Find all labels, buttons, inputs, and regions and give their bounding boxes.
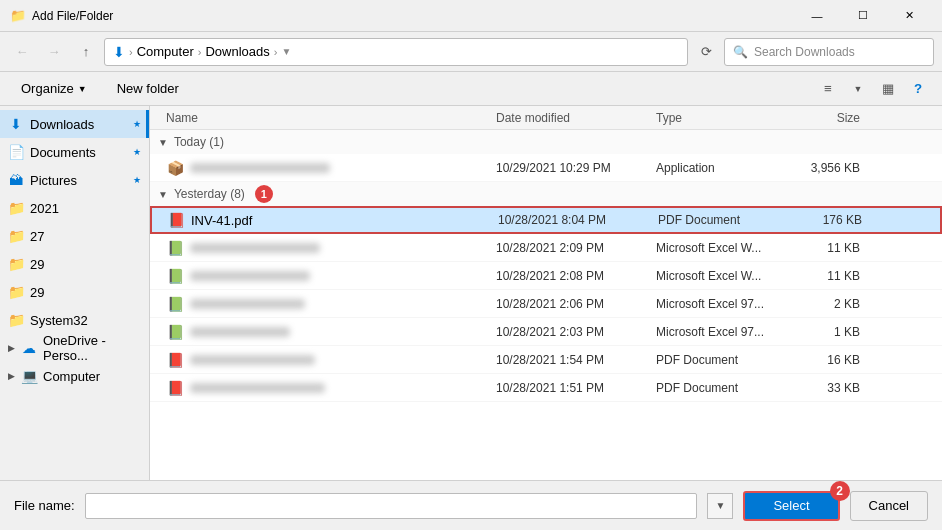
table-row[interactable]: 📗 10/28/2021 2:09 PM Microsoft Excel W..…: [150, 234, 942, 262]
breadcrumb: ⬇ › Computer › Downloads ›: [113, 44, 277, 60]
new-folder-button[interactable]: New folder: [106, 76, 190, 102]
onedrive-icon: ☁: [21, 340, 37, 356]
col-header-type[interactable]: Type: [648, 111, 788, 125]
sidebar-item-29b[interactable]: 📁 29: [0, 278, 149, 306]
organize-dropdown-icon: ▼: [78, 84, 87, 94]
forward-button[interactable]: →: [40, 38, 68, 66]
table-row[interactable]: 📕 10/28/2021 1:54 PM PDF Document 16 KB: [150, 346, 942, 374]
pictures-icon: 🏔: [8, 172, 24, 188]
address-bar[interactable]: ⬇ › Computer › Downloads › ▼: [104, 38, 688, 66]
folder-icon-system32: 📁: [8, 312, 24, 328]
col-header-name[interactable]: Name: [158, 111, 488, 125]
file-list-header: Name Date modified Type Size: [150, 106, 942, 130]
cancel-button[interactable]: Cancel: [850, 491, 928, 521]
sidebar-item-downloads[interactable]: ⬇ Downloads ★: [0, 110, 149, 138]
file-icon-yest-5: 📗: [166, 323, 184, 341]
organize-label: Organize: [21, 81, 74, 96]
breadcrumb-separator-2: ›: [198, 46, 202, 58]
filename-label: File name:: [14, 498, 75, 513]
sidebar-item-system32[interactable]: 📁 System32: [0, 306, 149, 334]
search-icon: 🔍: [733, 45, 748, 59]
crumb-downloads[interactable]: Downloads: [205, 44, 269, 59]
file-icon-yest-4: 📗: [166, 295, 184, 313]
sidebar-item-computer[interactable]: ▶ 💻 Computer: [0, 362, 149, 390]
sidebar-label-27: 27: [30, 229, 141, 244]
sidebar-item-29a[interactable]: 📁 29: [0, 250, 149, 278]
file-type-yest-4: Microsoft Excel 97...: [648, 297, 788, 311]
table-row[interactable]: 📕 INV-41.pdf 10/28/2021 8:04 PM PDF Docu…: [150, 206, 942, 234]
filename-input[interactable]: [85, 493, 698, 519]
group-header-today[interactable]: ▼ Today (1): [150, 130, 942, 154]
address-bar-row: ← → ↑ ⬇ › Computer › Downloads › ▼ ⟳ 🔍 S…: [0, 32, 942, 72]
file-type-yest-2: Microsoft Excel W...: [648, 241, 788, 255]
address-dropdown-icon[interactable]: ▼: [281, 46, 291, 57]
view-buttons: ≡ ▼ ▦ ?: [814, 76, 932, 102]
preview-button[interactable]: ▦: [874, 76, 902, 102]
file-icon-yest-3: 📗: [166, 267, 184, 285]
pin-icon-downloads: ★: [133, 119, 141, 129]
col-header-date[interactable]: Date modified: [488, 111, 648, 125]
back-button[interactable]: ←: [8, 38, 36, 66]
file-size-yest-4: 2 KB: [788, 297, 868, 311]
sidebar-item-documents[interactable]: 📄 Documents ★: [0, 138, 149, 166]
search-bar[interactable]: 🔍 Search Downloads: [724, 38, 934, 66]
file-icon-yest-7: 📕: [166, 379, 184, 397]
file-date-today-1: 10/29/2021 10:29 PM: [488, 161, 648, 175]
file-size-yest-7: 33 KB: [788, 381, 868, 395]
computer-icon: 💻: [21, 368, 37, 384]
view-dropdown-button[interactable]: ▼: [844, 76, 872, 102]
group-chevron-today: ▼: [158, 137, 168, 148]
title-bar: 📁 Add File/Folder — ☐ ✕: [0, 0, 942, 32]
sidebar-item-27[interactable]: 📁 27: [0, 222, 149, 250]
file-date-yest-2: 10/28/2021 2:09 PM: [488, 241, 648, 255]
bottom-bar: File name: ▼ Select 2 Cancel: [0, 480, 942, 530]
close-button[interactable]: ✕: [886, 0, 932, 32]
file-name-today-1: [190, 163, 330, 173]
sidebar-item-pictures[interactable]: 🏔 Pictures ★: [0, 166, 149, 194]
table-row[interactable]: 📗 10/28/2021 2:03 PM Microsoft Excel 97.…: [150, 318, 942, 346]
file-date-yest-6: 10/28/2021 1:54 PM: [488, 353, 648, 367]
folder-icon-27: 📁: [8, 228, 24, 244]
file-date-yest-5: 10/28/2021 2:03 PM: [488, 325, 648, 339]
file-date-inv41: 10/28/2021 8:04 PM: [490, 213, 650, 227]
file-size-yest-3: 11 KB: [788, 269, 868, 283]
sidebar-label-documents: Documents: [30, 145, 127, 160]
organize-button[interactable]: Organize ▼: [10, 76, 98, 102]
help-button[interactable]: ?: [904, 76, 932, 102]
minimize-button[interactable]: —: [794, 0, 840, 32]
download-crumb-icon: ⬇: [113, 44, 125, 60]
group-chevron-yesterday: ▼: [158, 189, 168, 200]
file-size-yest-5: 1 KB: [788, 325, 868, 339]
group-header-yesterday[interactable]: ▼ Yesterday (8) 1: [150, 182, 942, 206]
details-view-button[interactable]: ≡: [814, 76, 842, 102]
up-button[interactable]: ↑: [72, 38, 100, 66]
folder-icon-2021: 📁: [8, 200, 24, 216]
file-size-today-1: 3,956 KB: [788, 161, 868, 175]
filename-dropdown-button[interactable]: ▼: [707, 493, 733, 519]
sidebar-item-2021[interactable]: 📁 2021: [0, 194, 149, 222]
maximize-button[interactable]: ☐: [840, 0, 886, 32]
crumb-computer[interactable]: Computer: [137, 44, 194, 59]
table-row[interactable]: 📗 10/28/2021 2:06 PM Microsoft Excel 97.…: [150, 290, 942, 318]
file-type-today-1: Application: [648, 161, 788, 175]
file-name-inv41: INV-41.pdf: [191, 213, 491, 228]
refresh-button[interactable]: ⟳: [692, 38, 720, 66]
sidebar-label-pictures: Pictures: [30, 173, 127, 188]
table-row[interactable]: 📕 10/28/2021 1:51 PM PDF Document 33 KB: [150, 374, 942, 402]
file-size-yest-6: 16 KB: [788, 353, 868, 367]
select-button[interactable]: Select: [743, 491, 839, 521]
col-header-size[interactable]: Size: [788, 111, 868, 125]
file-size-yest-2: 11 KB: [788, 241, 868, 255]
search-placeholder: Search Downloads: [754, 45, 855, 59]
downloads-icon: ⬇: [8, 116, 24, 132]
sidebar-item-onedrive[interactable]: ▶ ☁ OneDrive - Perso...: [0, 334, 149, 362]
file-icon-yest-2: 📗: [166, 239, 184, 257]
file-name-yest-7: [190, 383, 325, 393]
file-name-yest-6: [190, 355, 315, 365]
table-row[interactable]: 📦 10/29/2021 10:29 PM Application 3,956 …: [150, 154, 942, 182]
table-row[interactable]: 📗 10/28/2021 2:08 PM Microsoft Excel W..…: [150, 262, 942, 290]
title-bar-icon: 📁: [10, 8, 26, 24]
file-type-inv41: PDF Document: [650, 213, 790, 227]
file-list[interactable]: Name Date modified Type Size ▼ Today (1)…: [150, 106, 942, 480]
file-type-yest-6: PDF Document: [648, 353, 788, 367]
